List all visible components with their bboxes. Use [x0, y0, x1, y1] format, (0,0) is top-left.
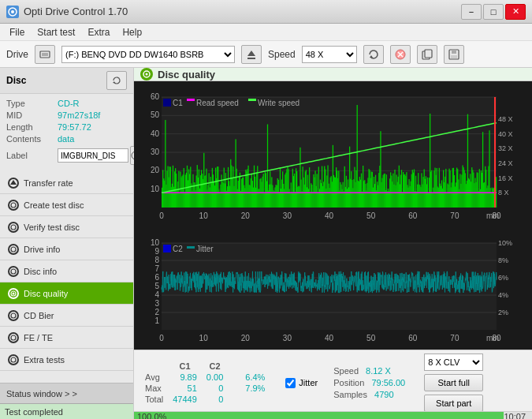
nav-create-test-disc-label: Create test disc [24, 200, 84, 210]
progress-time: 10:07 [504, 412, 526, 419]
titlebar: Opti Drive Control 1.70 − □ ✕ [0, 0, 532, 24]
svg-point-23 [11, 313, 16, 318]
nav-disc-quality[interactable]: Disc quality [0, 282, 133, 305]
max-jitter: 7.9% [240, 383, 270, 394]
menu-extra[interactable]: Extra [81, 25, 116, 39]
svg-rect-3 [42, 53, 48, 56]
avg-label: Avg [140, 372, 168, 383]
create-test-disc-icon [8, 200, 19, 211]
nav-verify-test-disc[interactable]: Verify test disc [0, 216, 133, 238]
nav-disc-quality-label: Disc quality [24, 289, 68, 298]
drive-info-icon [8, 244, 19, 255]
menubar: File Start test Extra Help [0, 24, 532, 41]
contents-value: data [58, 134, 74, 144]
position-label: Position [333, 378, 364, 387]
cd-bier-icon [8, 310, 19, 321]
avg-c2: 0.00 [202, 372, 228, 383]
test-completed-label: Test completed [5, 407, 63, 417]
svg-point-22 [13, 292, 15, 294]
svg-point-17 [11, 203, 16, 208]
disc-title: Disc [6, 75, 26, 86]
charts-area [134, 81, 532, 350]
nav-fe-te[interactable]: FE / TE [0, 327, 133, 349]
copy-button[interactable] [417, 45, 437, 64]
length-label: Length [6, 122, 58, 132]
start-full-button[interactable]: Start full [424, 374, 483, 391]
drive-select[interactable]: (F:) BENQ DVD DD DW1640 BSRB [61, 46, 235, 63]
avg-c1: 9.89 [168, 372, 202, 383]
label-label: Label [6, 151, 58, 160]
content-area: Disc quality C1 C2 [134, 68, 532, 419]
type-value: CD-R [58, 99, 80, 108]
speed-select[interactable]: 48 X [302, 46, 357, 63]
menu-start-test[interactable]: Start test [31, 25, 81, 39]
svg-rect-12 [451, 55, 457, 58]
minimize-button[interactable]: − [461, 4, 482, 20]
clear-button[interactable] [390, 45, 411, 64]
sidebar-status: Test completed [0, 403, 133, 419]
drive-icon-button[interactable] [35, 45, 55, 64]
eject-button[interactable] [241, 45, 262, 64]
status-window-label: Status window > > [6, 389, 77, 398]
avg-jitter: 6.4% [240, 372, 270, 383]
nav-cd-bier[interactable]: CD Bier [0, 305, 133, 327]
samples-label: Samples [333, 390, 367, 399]
nav-drive-info[interactable]: Drive info [0, 238, 133, 260]
disc-header: Disc [0, 68, 133, 94]
svg-point-20 [11, 269, 16, 274]
fe-te-icon [8, 332, 19, 343]
total-label: Total [140, 394, 168, 405]
c2-chart [134, 227, 532, 350]
progress-bar-container: 100.0% 10:07 [134, 411, 532, 419]
nav-disc-info-label: Disc info [24, 267, 57, 276]
nav-fe-te-label: FE / TE [24, 333, 53, 342]
jitter-check-area: Jitter [285, 378, 318, 388]
nav-disc-info[interactable]: Disc info [0, 260, 133, 282]
max-c2: 0 [202, 383, 228, 394]
progress-bar: 100.0% [134, 412, 504, 419]
start-part-button[interactable]: Start part [424, 395, 483, 412]
disc-refresh-icon[interactable] [106, 71, 127, 90]
nav-extra-tests[interactable]: Extra tests [0, 349, 133, 371]
sidebar-nav: Transfer rate Create test disc Verify te… [0, 172, 133, 383]
svg-rect-5 [247, 58, 255, 59]
jitter-label: Jitter [299, 378, 318, 387]
main-layout: Disc Type CD-R MID 97m27s18f Length 79:5… [0, 68, 532, 419]
svg-marker-6 [370, 55, 373, 58]
max-label: Max [140, 383, 168, 394]
length-value: 79:57.72 [58, 122, 91, 132]
window-controls: − □ ✕ [461, 4, 526, 20]
mid-label: MID [6, 110, 58, 120]
chart-top [134, 81, 532, 227]
disc-info-icon [8, 266, 19, 277]
total-c2: 0 [202, 394, 228, 405]
jitter-checkbox[interactable] [285, 378, 296, 388]
disc-quality-icon-header [140, 68, 153, 80]
nav-transfer-rate-label: Transfer rate [24, 178, 73, 188]
nav-drive-info-label: Drive info [24, 245, 60, 254]
clv-select[interactable]: 8 X CLV [424, 354, 483, 371]
label-input[interactable] [58, 148, 128, 163]
stats-table: C1 C2 Avg 9.89 0.00 6.4% Max 51 [140, 361, 270, 405]
svg-marker-16 [10, 180, 17, 185]
close-button[interactable]: ✕ [505, 4, 526, 20]
maximize-button[interactable]: □ [483, 4, 504, 20]
svg-point-25 [11, 357, 16, 362]
save-button[interactable] [444, 45, 464, 64]
progress-text: 100.0% [137, 412, 166, 419]
speed-label: Speed [268, 49, 296, 60]
transfer-rate-icon [8, 178, 19, 189]
refresh-button[interactable] [363, 45, 384, 64]
mid-value: 97m27s18f [58, 110, 100, 120]
menu-file[interactable]: File [3, 25, 31, 39]
nav-create-test-disc[interactable]: Create test disc [0, 194, 133, 216]
nav-transfer-rate[interactable]: Transfer rate [0, 172, 133, 194]
speed-position-samples: Speed 8.12 X Position 79:56.00 Samples 4… [333, 366, 405, 399]
status-window-button[interactable]: Status window > > [0, 383, 133, 403]
type-label: Type [6, 99, 58, 108]
extra-tests-icon [8, 354, 19, 365]
contents-label: Contents [6, 134, 58, 144]
total-c1: 47449 [168, 394, 202, 405]
menu-help[interactable]: Help [116, 25, 148, 39]
verify-test-disc-icon [8, 222, 19, 233]
